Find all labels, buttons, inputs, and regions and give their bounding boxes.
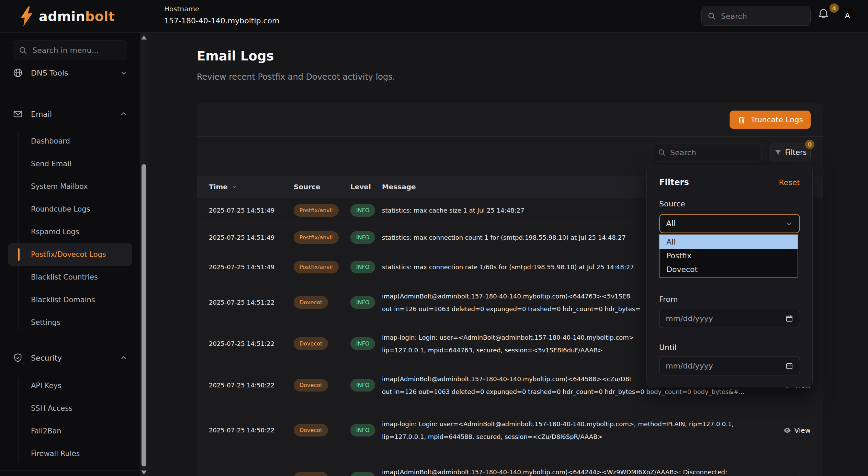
log-time: 2025-07-25 14:50:22: [209, 427, 294, 434]
sidebar-item-blacklist-countries[interactable]: Blacklist Countries: [8, 266, 132, 288]
hostname-label: Hostname: [164, 5, 279, 13]
level-badge: INFO: [350, 296, 375, 309]
source-badge: Postfix/anvil: [294, 231, 339, 244]
hostname-block: Hostname 157-180-40-140.myboltip.com: [164, 5, 279, 25]
level-badge: INFO: [350, 261, 375, 273]
scrollbar-thumb[interactable]: [142, 164, 146, 466]
source-badge: Dovecot: [294, 424, 328, 437]
table-row: 2025-07-25 14:49:25DovecotINFOimap(Admin…: [197, 454, 823, 476]
sidebar-scrollbar[interactable]: [140, 33, 148, 476]
sidebar-item-system-mailbox[interactable]: System Mailbox: [8, 175, 132, 198]
menu-search-input[interactable]: [32, 46, 121, 55]
sidebar-item-fail2ban[interactable]: Fail2Ban: [8, 420, 132, 442]
menu-search: [13, 41, 127, 60]
scroll-up-arrow[interactable]: [141, 35, 147, 39]
source-badge: Postfix/anvil: [294, 204, 339, 217]
until-date-input[interactable]: mm/dd/yyyy: [659, 356, 800, 375]
from-date-input[interactable]: mm/dd/yyyy: [659, 309, 800, 328]
log-message: imap(AdminBolt@adminbolt.157-180-40-140.…: [382, 466, 773, 476]
log-time: 2025-07-25 14:51:22: [209, 299, 294, 306]
top-bar: adminbolt Hostname 157-180-40-140.mybolt…: [0, 0, 868, 33]
sidebar-section-label: Security: [31, 354, 62, 362]
column-header-level[interactable]: Level: [350, 183, 382, 191]
filters-button[interactable]: Filters 0: [770, 144, 811, 161]
sidebar-section-label: Email: [31, 110, 52, 118]
envelope-icon: [13, 109, 24, 119]
sidebar-divider: [0, 471, 140, 471]
source-badge: Dovecot: [294, 472, 328, 476]
sidebar-item-label: API Keys: [31, 382, 61, 390]
source-badge: Dovecot: [294, 337, 328, 350]
sidebar-item-label: Roundcube Logs: [31, 205, 90, 213]
column-header-time[interactable]: Time: [209, 183, 294, 191]
sidebar-item-api-keys[interactable]: API Keys: [8, 374, 132, 397]
sidebar-section-email[interactable]: Email: [0, 103, 140, 125]
select-chevron-icon: [785, 219, 793, 228]
search-icon: [658, 148, 666, 157]
notification-badge: 4: [830, 3, 839, 13]
bolt-logo-icon: [19, 7, 34, 26]
source-badge: Dovecot: [294, 296, 328, 309]
source-option-postfix[interactable]: Postfix: [660, 249, 798, 263]
scroll-down-arrow[interactable]: [141, 471, 147, 475]
sidebar-item-settings[interactable]: Settings: [8, 311, 132, 334]
sidebar-divider: [0, 92, 140, 92]
source-select[interactable]: All: [659, 214, 800, 233]
sidebar-item-label: Postfix/Dovecot Logs: [31, 250, 106, 259]
menu-search-icon: [19, 46, 27, 55]
security-subnav: API KeysSSH AccessFail2BanFirewall Rules: [8, 374, 132, 465]
sidebar-item-ssh-access[interactable]: SSH Access: [8, 397, 132, 420]
truncate-logs-button[interactable]: Truncate Logs: [730, 111, 811, 129]
sidebar-item-label: Blacklist Domains: [31, 296, 95, 304]
log-time: 2025-07-25 14:51:49: [209, 263, 294, 271]
sidebar-item-roundcube-logs[interactable]: Roundcube Logs: [8, 198, 132, 220]
eye-icon: [783, 426, 791, 434]
reset-filters-link[interactable]: Reset: [779, 178, 800, 187]
column-header-source[interactable]: Source: [294, 183, 350, 191]
source-badge: Dovecot: [294, 379, 328, 392]
sidebar-section-security[interactable]: Security: [0, 347, 140, 369]
hostname-value: 157-180-40-140.myboltip.com: [164, 16, 279, 25]
from-label: From: [659, 295, 678, 304]
until-label: Until: [659, 343, 677, 352]
brand-name: adminbolt: [39, 9, 115, 24]
view-button[interactable]: View: [783, 474, 811, 476]
filters-panel: Filters Reset Source All AllPostfixDovec…: [646, 165, 813, 387]
sidebar-item-label: Fail2Ban: [31, 427, 61, 435]
page-subtitle: Review recent Postfix and Dovecot activi…: [197, 72, 395, 82]
eye-icon: [783, 474, 791, 476]
view-button[interactable]: View: [783, 426, 811, 434]
avatar[interactable]: A: [838, 7, 856, 24]
globe-icon: [13, 68, 24, 78]
filter-icon: [774, 149, 782, 156]
sidebar-item-blacklist-domains[interactable]: Blacklist Domains: [8, 288, 132, 311]
sidebar-item-label: Settings: [31, 318, 60, 327]
sidebar-item-rspamd-logs[interactable]: Rspamd Logs: [8, 220, 132, 243]
filters-panel-title: Filters: [659, 178, 689, 187]
level-badge: INFO: [350, 231, 375, 244]
sidebar-item-label: Send Email: [31, 160, 71, 168]
sidebar-section-dns-tools[interactable]: DNS Tools: [0, 61, 140, 84]
calendar-icon[interactable]: [785, 362, 793, 370]
source-option-dovecot[interactable]: Dovecot: [660, 263, 798, 276]
sidebar-item-dashboard[interactable]: Dashboard: [8, 130, 132, 152]
sidebar-section-label: DNS Tools: [31, 69, 68, 77]
shield-icon: [13, 353, 24, 363]
log-time: 2025-07-25 14:51:49: [209, 234, 294, 241]
sidebar: DNS Tools Email DashboardSend EmailSyste…: [0, 33, 148, 476]
sidebar-item-send-email[interactable]: Send Email: [8, 152, 132, 175]
calendar-icon[interactable]: [785, 314, 793, 322]
table-search-input[interactable]: [670, 148, 757, 157]
notifications-button[interactable]: 4: [817, 8, 836, 27]
source-option-all[interactable]: All: [660, 235, 798, 249]
sidebar-item-firewall-rules[interactable]: Firewall Rules: [8, 442, 132, 465]
sidebar-item-label: Dashboard: [31, 137, 70, 145]
sidebar-item-label: Blacklist Countries: [31, 273, 98, 281]
brand-logo[interactable]: adminbolt: [19, 0, 115, 33]
sidebar-item-postfix-dovecot-logs[interactable]: Postfix/Dovecot Logs: [8, 243, 132, 266]
log-time: 2025-07-25 14:51:22: [209, 340, 294, 347]
level-badge: INFO: [350, 337, 375, 350]
bell-icon: [817, 8, 830, 21]
log-time: 2025-07-25 14:50:22: [209, 382, 294, 389]
global-search-input[interactable]: [721, 12, 805, 21]
